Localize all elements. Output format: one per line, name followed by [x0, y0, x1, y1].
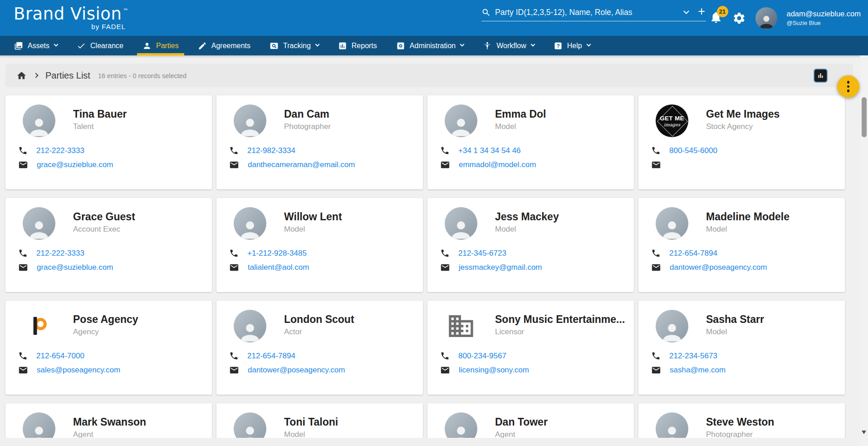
- phone-icon: [651, 351, 661, 361]
- party-card[interactable]: Toni Taloni Model: [216, 403, 423, 438]
- party-phone-link[interactable]: 212-654-7894: [247, 352, 295, 361]
- nav-item-label: Reports: [352, 42, 377, 50]
- nav-item-workflow[interactable]: Workflow: [473, 36, 544, 55]
- phone-icon: [440, 248, 450, 258]
- scroll-down-arrow-icon[interactable]: [862, 431, 866, 434]
- party-card[interactable]: Dan Tower Agent: [427, 403, 634, 438]
- phone-icon: [229, 351, 239, 361]
- party-phone-link[interactable]: +34 1 34 34 54 46: [458, 146, 521, 155]
- party-role: Actor: [284, 327, 354, 337]
- nav-item-tracking[interactable]: Tracking: [260, 36, 329, 55]
- email-icon: [18, 160, 28, 170]
- pose-agency-logo: [23, 310, 55, 342]
- party-phone-link[interactable]: 212-654-7894: [669, 249, 717, 258]
- nav-item-label: Agreements: [211, 42, 250, 50]
- chevron-down-icon: [54, 42, 59, 47]
- kebab-menu-icon: [847, 81, 850, 84]
- party-card[interactable]: Grace Guest Account Exec 212-222-3333 gr…: [5, 198, 212, 292]
- party-card[interactable]: Jess Mackey Model 212-345-6723 jessmacke…: [427, 198, 634, 292]
- party-card[interactable]: Madeline Modele Model 212-654-7894 danto…: [638, 198, 845, 292]
- party-phone-link[interactable]: 800-234-9567: [458, 352, 506, 361]
- brand-subtitle: by FADEL: [14, 23, 128, 30]
- gear-icon[interactable]: [732, 11, 746, 25]
- party-card[interactable]: Sasha Starr Model 212-234-5673 sasha@me.…: [638, 301, 845, 395]
- party-role: Talent: [73, 122, 127, 131]
- more-actions-fab[interactable]: [837, 75, 859, 98]
- search-input[interactable]: [495, 8, 680, 17]
- party-email-link[interactable]: grace@suzieblue.com: [37, 263, 113, 272]
- phone-icon: [18, 248, 28, 258]
- party-phone-link[interactable]: 800-545-6000: [669, 146, 717, 155]
- party-card[interactable]: Willow Lent Model +1-212-928-3485 talial…: [216, 198, 423, 292]
- chevron-right-icon: [33, 73, 38, 78]
- party-card[interactable]: GET MEimages Get Me Images Stock Agency …: [638, 95, 845, 189]
- home-icon[interactable]: [16, 70, 27, 81]
- party-name: Steve Weston: [706, 416, 774, 429]
- vertical-scrollbar[interactable]: [860, 55, 868, 446]
- nav-item-help[interactable]: ? Help: [544, 36, 600, 55]
- party-email-link[interactable]: licensing@sony.com: [459, 366, 529, 375]
- person-icon: [758, 13, 775, 29]
- nav-item-label: Workflow: [496, 42, 526, 50]
- party-phone-link[interactable]: 212-234-5673: [669, 352, 717, 361]
- notification-count-badge: 21: [717, 6, 728, 17]
- party-email-link[interactable]: dantower@poseagency.com: [248, 366, 345, 375]
- email-icon: [651, 365, 661, 375]
- breadcrumb: Parties List 16 entries - 0 records sele…: [5, 64, 853, 87]
- global-search: +: [481, 7, 706, 21]
- user-handle: @Suzie Blue: [787, 20, 861, 26]
- party-phone-link[interactable]: 212-222-3333: [36, 249, 84, 258]
- party-phone-link[interactable]: 212-982-3334: [247, 146, 295, 155]
- building-icon: [445, 310, 477, 342]
- notifications-button[interactable]: 21: [709, 10, 723, 26]
- user-avatar[interactable]: [755, 7, 777, 29]
- search-chevron-down-icon[interactable]: [683, 8, 689, 14]
- party-card[interactable]: London Scout Actor 212-654-7894 dantower…: [216, 301, 423, 395]
- party-role: Licensor: [495, 327, 625, 337]
- party-photo-avatar: [445, 207, 477, 240]
- party-role: Model: [706, 327, 764, 337]
- user-email: adam@suzieblue.com: [787, 10, 861, 18]
- chart-view-button[interactable]: [814, 69, 827, 82]
- party-email-link[interactable]: jessmackey@gmail.com: [459, 263, 542, 272]
- party-role: Agency: [73, 327, 138, 337]
- scrollbar-thumb[interactable]: [862, 97, 867, 137]
- party-phone-link[interactable]: 212-345-6723: [458, 249, 506, 258]
- parties-page: Parties List 16 entries - 0 records sele…: [0, 55, 868, 438]
- nav-item-clearance[interactable]: Clearance: [67, 36, 133, 55]
- phone-icon: [440, 146, 450, 155]
- party-photo-avatar: [445, 412, 477, 438]
- party-phone-link[interactable]: +1-212-928-3485: [247, 249, 307, 258]
- add-search-button[interactable]: +: [698, 5, 705, 18]
- party-email-link[interactable]: danthecameraman@email.com: [248, 160, 355, 169]
- party-card[interactable]: Sony Music Entertainme... Licensor 800-2…: [427, 301, 634, 395]
- brand-logo: Brand Vision™ by FADEL: [14, 5, 128, 30]
- party-email-link[interactable]: dantower@poseagency.com: [670, 263, 767, 272]
- party-card[interactable]: Pose Agency Agency 212-654-7000 sales@po…: [5, 301, 212, 395]
- nav-item-administration[interactable]: Administration: [387, 36, 473, 55]
- party-card[interactable]: Dan Cam Photographer 212-982-3334 danthe…: [216, 95, 423, 189]
- party-card[interactable]: Steve Weston Photographer: [638, 403, 845, 438]
- nav-item-assets[interactable]: Assets: [5, 36, 67, 55]
- chevron-down-icon: [586, 42, 591, 47]
- party-email-link[interactable]: emmadol@model.com: [459, 160, 536, 169]
- party-card[interactable]: Mark Swanson Agent: [5, 403, 212, 438]
- party-card[interactable]: Tina Bauer Talent 212-222-3333 grace@suz…: [5, 95, 212, 189]
- party-card[interactable]: Emma Dol Model +34 1 34 34 54 46 emmadol…: [427, 95, 634, 189]
- chevron-down-icon: [315, 42, 319, 47]
- email-icon: [651, 160, 661, 170]
- party-email-link[interactable]: grace@suzieblue.com: [37, 160, 113, 169]
- search-icon: [481, 8, 491, 17]
- party-name: London Scout: [284, 313, 354, 326]
- nav-item-reports[interactable]: Reports: [329, 36, 387, 55]
- nav-item-agreements[interactable]: Agreements: [188, 36, 260, 55]
- phone-icon: [18, 351, 28, 361]
- party-email-link[interactable]: sasha@me.com: [670, 366, 726, 375]
- nav-item-parties[interactable]: Parties: [133, 36, 188, 55]
- getme-images-logo: GET MEimages: [656, 104, 688, 137]
- party-phone-link[interactable]: 212-222-3333: [36, 146, 84, 155]
- party-phone-link[interactable]: 212-654-7000: [36, 352, 84, 361]
- party-email-link[interactable]: talialent@aol.com: [248, 263, 309, 272]
- party-email-link[interactable]: sales@poseagency.com: [37, 366, 120, 375]
- party-role: Agent: [73, 430, 146, 438]
